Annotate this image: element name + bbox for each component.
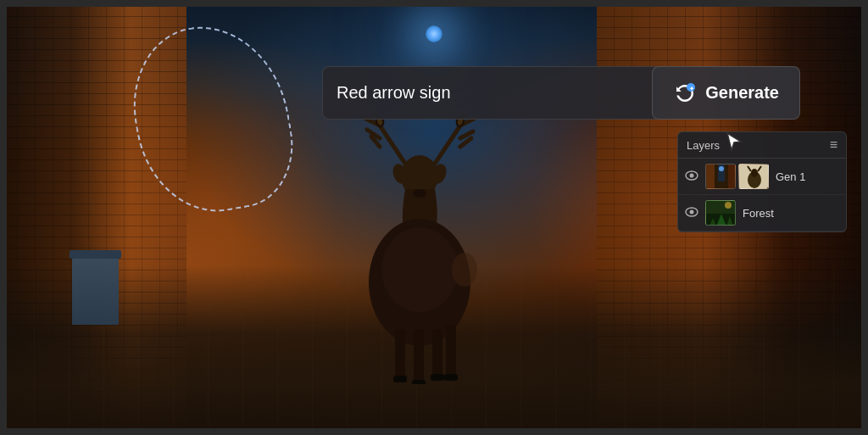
canvas-area: ✦ Generate Layers ≡ bbox=[0, 0, 868, 435]
layer-thumb-deer bbox=[738, 164, 769, 189]
svg-point-25 bbox=[413, 189, 426, 198]
svg-rect-20 bbox=[393, 376, 407, 382]
svg-line-5 bbox=[435, 125, 460, 164]
svg-point-24 bbox=[452, 253, 477, 287]
svg-rect-21 bbox=[412, 380, 426, 384]
svg-rect-18 bbox=[432, 329, 442, 378]
svg-rect-17 bbox=[414, 329, 424, 384]
svg-rect-23 bbox=[444, 374, 458, 381]
layer-item-forest[interactable]: Forest bbox=[678, 195, 846, 231]
svg-point-29 bbox=[690, 174, 694, 178]
svg-line-0 bbox=[380, 125, 405, 164]
prompt-bar bbox=[322, 66, 661, 120]
svg-text:✦: ✦ bbox=[689, 85, 694, 91]
svg-point-47 bbox=[725, 202, 732, 209]
layer-thumbnails-forest bbox=[705, 200, 736, 226]
cursor-arrow bbox=[726, 131, 743, 152]
svg-rect-19 bbox=[446, 325, 456, 378]
svg-rect-32 bbox=[728, 165, 736, 189]
layers-header: Layers ≡ bbox=[678, 132, 846, 159]
generate-label: Generate bbox=[705, 83, 779, 103]
svg-point-15 bbox=[381, 227, 458, 312]
layer-thumbnails-gen1 bbox=[705, 164, 769, 189]
generate-button[interactable]: ✦ Generate bbox=[652, 66, 800, 120]
prompt-input[interactable] bbox=[337, 83, 647, 103]
deer-figure bbox=[303, 113, 541, 384]
layer-item-gen1[interactable]: Gen 1 bbox=[678, 159, 846, 195]
svg-point-39 bbox=[751, 169, 758, 177]
layer-thumb-forest bbox=[705, 200, 736, 226]
deer-svg bbox=[303, 113, 541, 384]
layers-menu-icon[interactable]: ≡ bbox=[830, 137, 837, 153]
trash-bin bbox=[72, 257, 119, 325]
generate-refresh-icon: ✦ bbox=[673, 81, 697, 105]
layer-visibility-eye-forest[interactable] bbox=[685, 206, 698, 220]
svg-rect-16 bbox=[395, 329, 405, 380]
svg-rect-22 bbox=[431, 374, 444, 381]
layers-title: Layers bbox=[687, 139, 720, 152]
layer-visibility-eye-gen1[interactable] bbox=[685, 170, 698, 183]
layers-panel: Layers ≡ bbox=[677, 131, 847, 232]
layer-name-gen1: Gen 1 bbox=[776, 170, 839, 183]
street-light bbox=[426, 25, 442, 42]
layer-thumb-alley bbox=[705, 164, 736, 189]
svg-point-41 bbox=[690, 210, 694, 215]
svg-rect-31 bbox=[706, 165, 715, 189]
svg-point-34 bbox=[719, 166, 724, 171]
layer-name-forest: Forest bbox=[743, 207, 839, 220]
